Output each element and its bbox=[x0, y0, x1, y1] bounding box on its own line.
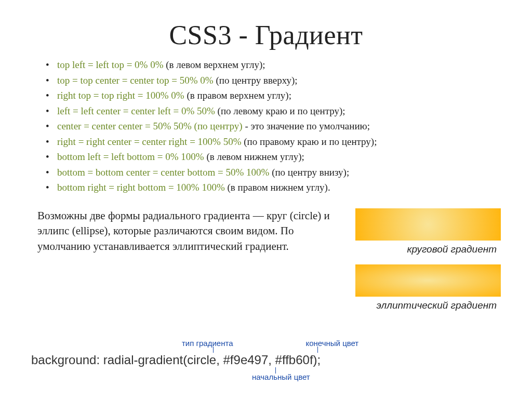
position-keyword: center = center center = 50% 50% (по цен… bbox=[57, 121, 243, 131]
position-keyword: bottom left = left bottom = 0% 100% bbox=[57, 151, 204, 162]
list-item: top = top center = center top = 50% 0% (… bbox=[46, 73, 501, 88]
position-tail: (в левом нижнем углу); bbox=[204, 151, 304, 162]
ellipse-gradient-swatch bbox=[355, 264, 501, 297]
position-keyword: bottom = bottom center = center bottom =… bbox=[57, 167, 269, 178]
position-keyword: right = right center = center right = 10… bbox=[57, 136, 242, 147]
position-tail: (в правом нижнем углу). bbox=[225, 182, 330, 193]
list-item: bottom right = right bottom = 100% 100% … bbox=[46, 180, 501, 195]
circle-gradient-swatch bbox=[355, 208, 501, 241]
list-item: top left = left top = 0% 0% (в левом вер… bbox=[46, 58, 501, 72]
code-diagram: тип градиента конечный цвет background: … bbox=[31, 339, 501, 381]
position-tail: (по центру вверху); bbox=[214, 75, 298, 86]
position-keyword: right top = top right = 100% 0% bbox=[57, 90, 184, 101]
circle-caption: круговой градиент bbox=[345, 241, 501, 264]
gradient-samples: круговой градиент эллиптический градиент bbox=[345, 208, 501, 321]
slide: CSS3 - Градиент top left = left top = 0%… bbox=[0, 0, 532, 399]
annotation-type: тип градиента bbox=[182, 339, 233, 348]
position-tail: (по центру внизу); bbox=[269, 167, 349, 178]
list-item: center = center center = 50% 50% (по цен… bbox=[46, 119, 501, 134]
list-item: bottom left = left bottom = 0% 100% (в л… bbox=[46, 150, 501, 164]
position-keyword: top = top center = center top = 50% 0% bbox=[57, 75, 214, 86]
list-item: right = right center = center right = 10… bbox=[46, 135, 501, 149]
position-keyword: left = left center = center left = 0% 50… bbox=[57, 105, 215, 116]
position-tail: (по правому краю и по центру); bbox=[242, 136, 377, 147]
annotation-end-color: конечный цвет bbox=[306, 339, 359, 348]
tick-line bbox=[317, 347, 318, 353]
position-tail: (в левом верхнем углу); bbox=[164, 59, 265, 70]
middle-row: Возможны две формы радиального градиента… bbox=[31, 208, 501, 321]
position-tail: - это значение по умолчанию; bbox=[243, 121, 370, 131]
position-list: top left = left top = 0% 0% (в левом вер… bbox=[31, 58, 501, 195]
ellipse-caption: эллиптический градиент bbox=[345, 297, 501, 321]
tick-line bbox=[213, 347, 214, 353]
list-item: right top = top right = 100% 0% (в право… bbox=[46, 88, 501, 103]
position-keyword: top left = left top = 0% 0% bbox=[57, 59, 164, 70]
position-keyword: bottom right = right bottom = 100% 100% bbox=[57, 182, 225, 193]
code-line: background: radial-gradient(circle, #f9e… bbox=[31, 353, 501, 367]
position-tail: (в правом верхнем углу); bbox=[184, 90, 291, 101]
list-item: left = left center = center left = 0% 50… bbox=[46, 104, 501, 118]
list-item: bottom = bottom center = center bottom =… bbox=[46, 165, 501, 180]
page-title: CSS3 - Градиент bbox=[31, 20, 501, 50]
description-text: Возможны две формы радиального градиента… bbox=[31, 208, 330, 254]
annotation-start-color: начальный цвет bbox=[252, 373, 501, 381]
position-tail: (по левому краю и по центру); bbox=[215, 105, 345, 116]
